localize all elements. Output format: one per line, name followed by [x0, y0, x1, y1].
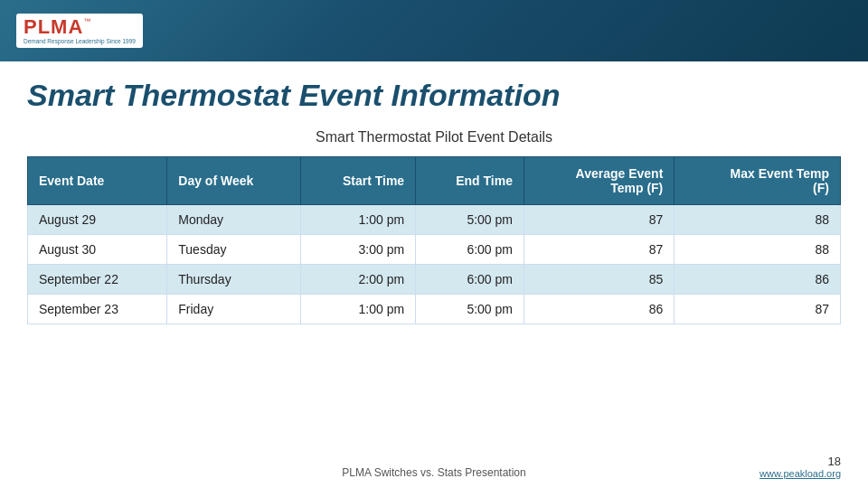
cell-end-time: 5:00 pm	[416, 205, 524, 235]
cell-event-date: August 30	[28, 235, 167, 265]
cell-day-of-week: Tuesday	[167, 235, 301, 265]
cell-start-time: 3:00 pm	[300, 235, 415, 265]
cell-end-time: 6:00 pm	[416, 265, 524, 295]
logo-container: PLMA ™ Demand Response Leadership Since …	[16, 14, 143, 48]
col-header-event-date: Event Date	[28, 157, 167, 205]
page-title: Smart Thermostat Event Information	[27, 78, 841, 113]
cell-event-date: August 29	[28, 205, 167, 235]
header-bar: PLMA ™ Demand Response Leadership Since …	[0, 0, 868, 61]
cell-start-time: 1:00 pm	[300, 295, 415, 324]
footer: PLMA Switches vs. Stats Presentation 18 …	[0, 466, 868, 479]
table-row: September 22 Thursday 2:00 pm 6:00 pm 85…	[28, 265, 841, 295]
cell-end-time: 5:00 pm	[416, 295, 524, 324]
cell-max-temp: 86	[675, 265, 841, 295]
col-header-end-time: End Time	[416, 157, 524, 205]
table-row: August 29 Monday 1:00 pm 5:00 pm 87 88	[28, 205, 841, 235]
cell-start-time: 2:00 pm	[300, 265, 415, 295]
col-header-avg-temp: Average EventTemp (F)	[524, 157, 675, 205]
col-header-day-of-week: Day of Week	[167, 157, 301, 205]
footer-right: 18 www.peakload.org	[760, 455, 841, 479]
cell-max-temp: 88	[675, 235, 841, 265]
footer-page-number: 18	[828, 455, 841, 468]
footer-url[interactable]: www.peakload.org	[760, 468, 841, 479]
table-row: August 30 Tuesday 3:00 pm 6:00 pm 87 88	[28, 235, 841, 265]
event-table: Event Date Day of Week Start Time End Ti…	[27, 156, 841, 324]
cell-start-time: 1:00 pm	[300, 205, 415, 235]
logo-plma-text: PLMA	[24, 17, 83, 37]
footer-presentation-text: PLMA Switches vs. Stats Presentation	[27, 466, 841, 479]
col-header-start-time: Start Time	[300, 157, 415, 205]
logo-box: PLMA ™ Demand Response Leadership Since …	[16, 14, 143, 48]
cell-day-of-week: Monday	[167, 205, 301, 235]
cell-avg-temp: 85	[524, 265, 675, 295]
main-content: Smart Thermostat Event Information Smart…	[0, 61, 868, 337]
cell-avg-temp: 87	[524, 235, 675, 265]
cell-day-of-week: Thursday	[167, 265, 301, 295]
cell-event-date: September 22	[28, 265, 167, 295]
col-header-max-temp: Max Event Temp(F)	[675, 157, 841, 205]
cell-event-date: September 23	[28, 295, 167, 324]
cell-avg-temp: 87	[524, 205, 675, 235]
cell-avg-temp: 86	[524, 295, 675, 324]
table-row: September 23 Friday 1:00 pm 5:00 pm 86 8…	[28, 295, 841, 324]
cell-max-temp: 87	[675, 295, 841, 324]
logo-tm: ™	[83, 17, 90, 25]
subtitle: Smart Thermostat Pilot Event Details	[27, 129, 841, 145]
cell-day-of-week: Friday	[167, 295, 301, 324]
logo-tagline: Demand Response Leadership Since 1999	[24, 38, 136, 44]
cell-end-time: 6:00 pm	[416, 235, 524, 265]
table-header-row: Event Date Day of Week Start Time End Ti…	[28, 157, 841, 205]
cell-max-temp: 88	[675, 205, 841, 235]
